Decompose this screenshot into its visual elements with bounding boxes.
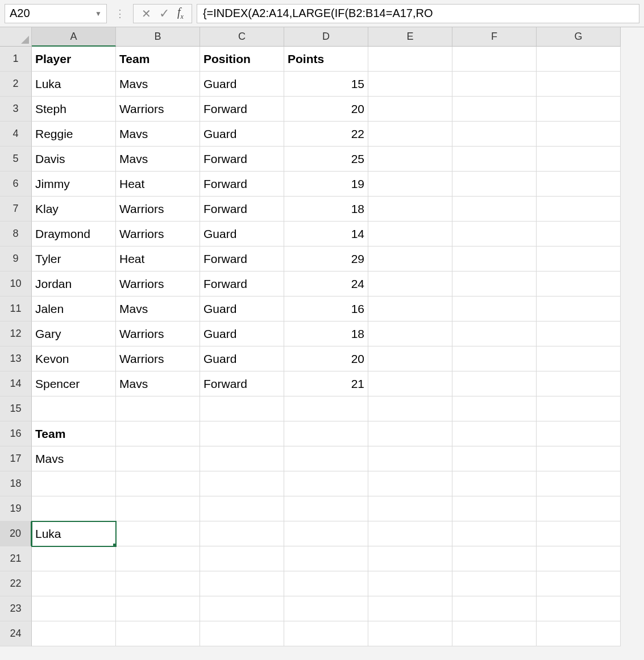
cell-C13[interactable]: Guard [200, 346, 284, 371]
row-header-17[interactable]: 17 [0, 446, 32, 471]
cell-B6[interactable]: Heat [116, 172, 200, 197]
cell-C2[interactable]: Guard [200, 72, 284, 97]
cell-F4[interactable] [452, 122, 537, 147]
cell-C11[interactable]: Guard [200, 296, 284, 321]
cell-C17[interactable] [200, 446, 284, 471]
cell-F21[interactable] [452, 546, 537, 571]
name-box[interactable]: A20 ▼ [5, 4, 107, 23]
cell-G23[interactable] [537, 596, 621, 621]
cell-E4[interactable] [368, 122, 452, 147]
cell-D15[interactable] [284, 396, 368, 421]
cell-E6[interactable] [368, 172, 452, 197]
cell-B9[interactable]: Heat [116, 247, 200, 271]
cell-B23[interactable] [116, 596, 200, 621]
cell-F13[interactable] [452, 346, 537, 371]
cell-E24[interactable] [368, 621, 452, 646]
cell-G2[interactable] [537, 72, 621, 97]
cell-D7[interactable]: 18 [284, 197, 368, 222]
cell-A7[interactable]: Klay [32, 197, 116, 222]
cell-A2[interactable]: Luka [32, 72, 116, 97]
cell-D9[interactable]: 29 [284, 247, 368, 271]
cell-G22[interactable] [537, 571, 621, 596]
cell-A11[interactable]: Jalen [32, 296, 116, 321]
row-header-11[interactable]: 11 [0, 296, 32, 321]
cell-F22[interactable] [452, 571, 537, 596]
cell-F8[interactable] [452, 222, 537, 247]
row-header-3[interactable]: 3 [0, 97, 32, 122]
cell-F1[interactable] [452, 47, 537, 72]
cell-A3[interactable]: Steph [32, 97, 116, 122]
cell-C5[interactable]: Forward [200, 147, 284, 172]
cell-G1[interactable] [537, 47, 621, 72]
cell-G18[interactable] [537, 471, 621, 496]
cell-C18[interactable] [200, 471, 284, 496]
cell-D6[interactable]: 19 [284, 172, 368, 197]
cell-E20[interactable] [368, 521, 452, 546]
cell-C6[interactable]: Forward [200, 172, 284, 197]
cell-A9[interactable]: Tyler [32, 247, 116, 271]
cell-B4[interactable]: Mavs [116, 122, 200, 147]
cell-A23[interactable] [32, 596, 116, 621]
cell-E13[interactable] [368, 346, 452, 371]
formula-input[interactable]: {=INDEX(A2:A14,LARGE(IF(B2:B14=A17,RO [197, 4, 639, 23]
cell-E16[interactable] [368, 421, 452, 446]
cell-D24[interactable] [284, 621, 368, 646]
cell-G7[interactable] [537, 197, 621, 222]
cell-C16[interactable] [200, 421, 284, 446]
row-header-14[interactable]: 14 [0, 371, 32, 396]
cell-A4[interactable]: Reggie [32, 122, 116, 147]
cell-F23[interactable] [452, 596, 537, 621]
cell-E7[interactable] [368, 197, 452, 222]
cell-G6[interactable] [537, 172, 621, 197]
cell-B12[interactable]: Warriors [116, 321, 200, 346]
cell-G12[interactable] [537, 321, 621, 346]
cell-G3[interactable] [537, 97, 621, 122]
cell-B5[interactable]: Mavs [116, 147, 200, 172]
cell-B7[interactable]: Warriors [116, 197, 200, 222]
cell-D1[interactable]: Points [284, 47, 368, 72]
row-header-6[interactable]: 6 [0, 172, 32, 197]
cell-A22[interactable] [32, 571, 116, 596]
cell-F17[interactable] [452, 446, 537, 471]
cell-A1[interactable]: Player [32, 47, 116, 72]
cell-A14[interactable]: Spencer [32, 371, 116, 396]
cell-E14[interactable] [368, 371, 452, 396]
cell-C12[interactable]: Guard [200, 321, 284, 346]
cell-D19[interactable] [284, 496, 368, 521]
cell-D22[interactable] [284, 571, 368, 596]
cell-A21[interactable] [32, 546, 116, 571]
row-header-1[interactable]: 1 [0, 47, 32, 72]
cell-C8[interactable]: Guard [200, 222, 284, 247]
cell-B17[interactable] [116, 446, 200, 471]
cell-D3[interactable]: 20 [284, 97, 368, 122]
cell-E1[interactable] [368, 47, 452, 72]
cell-C9[interactable]: Forward [200, 247, 284, 271]
column-header-F[interactable]: F [452, 27, 537, 47]
cell-A12[interactable]: Gary [32, 321, 116, 346]
cell-E15[interactable] [368, 396, 452, 421]
row-header-15[interactable]: 15 [0, 396, 32, 421]
cell-C23[interactable] [200, 596, 284, 621]
cell-G15[interactable] [537, 396, 621, 421]
cell-D2[interactable]: 15 [284, 72, 368, 97]
row-header-8[interactable]: 8 [0, 222, 32, 247]
cell-C3[interactable]: Forward [200, 97, 284, 122]
cell-E9[interactable] [368, 247, 452, 271]
chevron-down-icon[interactable]: ▼ [95, 10, 102, 18]
cell-B15[interactable] [116, 396, 200, 421]
row-header-24[interactable]: 24 [0, 621, 32, 646]
cell-E22[interactable] [368, 571, 452, 596]
cell-C7[interactable]: Forward [200, 197, 284, 222]
cell-G8[interactable] [537, 222, 621, 247]
cell-D5[interactable]: 25 [284, 147, 368, 172]
cell-A18[interactable] [32, 471, 116, 496]
row-header-22[interactable]: 22 [0, 571, 32, 596]
cell-G20[interactable] [537, 521, 621, 546]
cell-D14[interactable]: 21 [284, 371, 368, 396]
row-header-5[interactable]: 5 [0, 147, 32, 172]
enter-icon[interactable]: ✓ [159, 6, 169, 21]
cell-E11[interactable] [368, 296, 452, 321]
cell-B22[interactable] [116, 571, 200, 596]
cell-F20[interactable] [452, 521, 537, 546]
cell-E5[interactable] [368, 147, 452, 172]
